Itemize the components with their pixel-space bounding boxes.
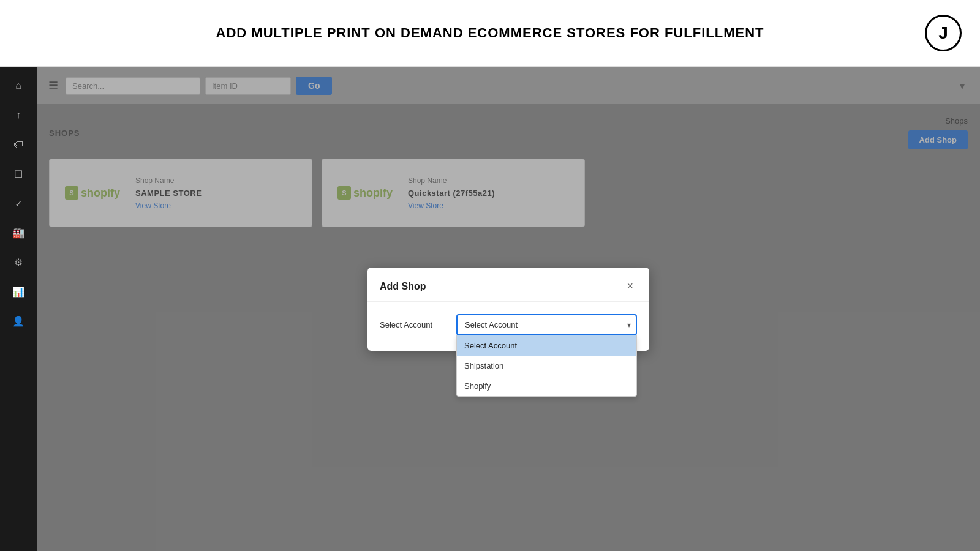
modal-overlay: Add Shop × Select Account Select Account… [37, 67, 980, 551]
sidebar-item-home[interactable]: ⌂ [6, 73, 31, 98]
sidebar-item-analytics[interactable]: 📊 [6, 279, 31, 304]
form-row-account: Select Account Select Account Shipstatio… [380, 314, 637, 335]
dropdown-item-select-account[interactable]: Select Account [457, 335, 636, 356]
dropdown-item-shopify[interactable]: Shopify [457, 376, 636, 396]
modal-body: Select Account Select Account Shipstatio… [368, 302, 649, 351]
sidebar-item-upload[interactable]: ↑ [6, 103, 31, 127]
modal-title: Add Shop [380, 281, 426, 292]
sidebar-item-factory[interactable]: 🏭 [6, 220, 31, 245]
sidebar-item-tag[interactable]: 🏷 [6, 132, 31, 157]
sidebar: ⌂ ↑ 🏷 ☐ ✓ 🏭 ⚙ 📊 👤 [0, 67, 37, 551]
page-header: ADD MULTIPLE PRINT ON DEMAND ECOMMERCE S… [0, 0, 980, 67]
select-wrapper: Select Account Shipstation Shopify ▾ Sel… [456, 314, 637, 335]
form-label-account: Select Account [380, 320, 447, 329]
logo-badge: J [925, 15, 962, 51]
sidebar-item-check[interactable]: ✓ [6, 191, 31, 216]
sidebar-item-users[interactable]: 👤 [6, 309, 31, 333]
dropdown-item-shipstation[interactable]: Shipstation [457, 356, 636, 376]
sidebar-item-inbox[interactable]: ☐ [6, 162, 31, 186]
modal-header: Add Shop × [368, 268, 649, 302]
modal-close-button[interactable]: × [623, 279, 637, 294]
main-layout: ⌂ ↑ 🏷 ☐ ✓ 🏭 ⚙ 📊 👤 ☰ Go ▾ SHOPS Shops Add… [0, 67, 980, 551]
account-select[interactable]: Select Account Shipstation Shopify [456, 314, 637, 335]
dropdown-list: Select Account Shipstation Shopify [456, 335, 637, 397]
content-area: ☰ Go ▾ SHOPS Shops Add Shop [37, 67, 980, 551]
logo-letter: J [938, 23, 948, 43]
add-shop-modal: Add Shop × Select Account Select Account… [368, 268, 649, 351]
sidebar-item-settings[interactable]: ⚙ [6, 250, 31, 274]
page-title: ADD MULTIPLE PRINT ON DEMAND ECOMMERCE S… [216, 25, 764, 41]
